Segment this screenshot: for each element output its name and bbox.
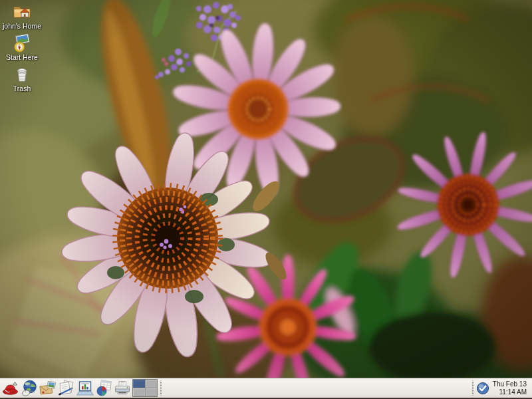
documents-pen-icon bbox=[58, 380, 75, 397]
pie-chart-sheet-icon bbox=[95, 380, 112, 397]
workspace-3[interactable] bbox=[133, 388, 145, 396]
desktop-icon-label: Trash bbox=[13, 85, 31, 92]
presentation-button[interactable] bbox=[76, 378, 94, 398]
screen: john's Home bbox=[0, 0, 532, 399]
desktop-icon-start-here[interactable]: Start Here bbox=[1, 33, 43, 62]
globe-mouse-icon bbox=[21, 380, 38, 397]
applet-drag-handle[interactable] bbox=[471, 380, 475, 396]
panel-drag-handle[interactable] bbox=[159, 380, 163, 396]
workspace-switcher[interactable] bbox=[132, 379, 158, 397]
desktop-icon-label: john's Home bbox=[3, 23, 41, 30]
email-client-button[interactable] bbox=[39, 378, 57, 398]
desktop-icon-column: john's Home bbox=[1, 1, 43, 93]
red-hat-icon bbox=[2, 380, 19, 397]
web-browser-button[interactable] bbox=[20, 378, 39, 398]
clock-time: 11:14 AM bbox=[499, 388, 527, 396]
start-here-icon bbox=[11, 33, 33, 53]
desktop-icon-johns-home[interactable]: john's Home bbox=[1, 1, 43, 31]
print-manager-button[interactable] bbox=[113, 378, 132, 398]
printer-icon bbox=[114, 380, 131, 397]
workspace-2[interactable] bbox=[146, 380, 158, 388]
workspace-4[interactable] bbox=[146, 388, 158, 396]
clock-date: Thu Feb 13 bbox=[493, 380, 527, 388]
desktop-icon-trash[interactable]: Trash bbox=[1, 64, 43, 93]
bottom-panel: Thu Feb 13 11:14 AM bbox=[0, 378, 532, 399]
workspace-1[interactable] bbox=[133, 380, 145, 388]
word-processor-button[interactable] bbox=[57, 378, 76, 398]
home-folder-icon bbox=[11, 2, 33, 22]
trash-icon bbox=[11, 65, 33, 84]
desktop-background[interactable]: john's Home bbox=[0, 0, 532, 378]
envelope-photo-icon bbox=[39, 380, 57, 397]
update-check-icon bbox=[476, 382, 489, 395]
main-menu-button[interactable] bbox=[1, 378, 20, 398]
spreadsheet-button[interactable] bbox=[94, 378, 113, 398]
clock-applet[interactable]: Thu Feb 13 11:14 AM bbox=[490, 380, 531, 396]
desktop-icon-label: Start Here bbox=[6, 54, 38, 61]
wallpaper-image bbox=[0, 0, 532, 378]
update-notifier-button[interactable] bbox=[475, 381, 490, 396]
monitor-chart-icon bbox=[76, 380, 94, 397]
